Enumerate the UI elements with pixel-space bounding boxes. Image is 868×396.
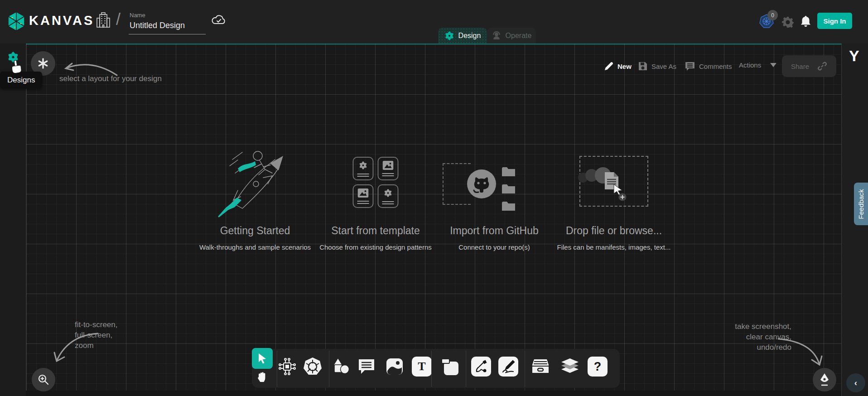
chevron-down-icon (770, 63, 776, 67)
template-tile-spiral-icon (378, 184, 399, 208)
tab-design[interactable]: Design (438, 28, 487, 43)
comment-bubble-icon (357, 358, 376, 375)
operator-headset-icon (492, 31, 502, 41)
help-tool-button[interactable]: ? (588, 357, 608, 377)
breadcrumb-separator: / (116, 10, 121, 29)
chip-component-icon (278, 357, 296, 376)
comments-bubble-icon (685, 61, 695, 71)
app-header: KANVAS / Name 0 (0, 0, 868, 43)
drawer-archive-icon (531, 358, 550, 375)
share-label: Share (791, 63, 809, 70)
tab-operate[interactable]: Operate (487, 28, 536, 43)
zoom-hint-arrow (51, 330, 101, 366)
drawer-tool-button[interactable] (530, 357, 550, 377)
kubernetes-wheel-icon (303, 357, 322, 376)
pen-path-icon (474, 360, 488, 373)
magnifier-plus-icon (38, 374, 49, 386)
image-tool-button[interactable] (385, 357, 405, 377)
chevron-left-icon: ‹ (854, 378, 857, 388)
image-icon (386, 357, 404, 376)
tool-divider (431, 351, 432, 387)
kubernetes-tool-button[interactable] (303, 357, 323, 377)
layers-icon (560, 357, 579, 376)
repo-folders-icon (502, 165, 517, 215)
drop-file-illustration (532, 146, 695, 218)
card-drop-file-browse[interactable]: Drop file or browse... Files can be mani… (532, 146, 695, 251)
text-T-icon: T (418, 360, 425, 373)
card-caption: Files can be manifests, images, text... (532, 243, 695, 251)
pan-tool-button[interactable] (252, 368, 272, 388)
layers-tool-button[interactable] (560, 357, 580, 377)
pointer-hand-cursor (10, 59, 24, 74)
actions-dropdown[interactable]: Actions (739, 61, 776, 69)
save-as-label: Save As (651, 63, 676, 70)
cloud-sync-icon (211, 14, 227, 26)
canvas-bottom-strip (26, 391, 841, 396)
pen-nib-icon (819, 373, 830, 386)
comments-button[interactable]: Comments (685, 61, 732, 71)
card-title: Drop file or browse... (532, 225, 695, 237)
kanvas-logo-icon (6, 11, 27, 32)
hand-pan-icon (256, 372, 268, 384)
tool-divider (329, 351, 329, 387)
organization-icon[interactable] (96, 12, 111, 29)
add-plus-badge (618, 193, 627, 201)
screenshot-hint-arrow (776, 334, 825, 371)
question-mark-icon: ? (594, 360, 602, 374)
feedback-tab[interactable]: Feedback (854, 183, 868, 225)
zoom-controls-button[interactable] (32, 368, 55, 391)
layout-hint-text: select a layout for your design (59, 73, 162, 84)
shapes-icon (332, 357, 351, 376)
new-button[interactable]: New (604, 61, 632, 71)
frame-rectangles-icon (440, 357, 459, 376)
settings-gear-icon[interactable] (782, 16, 794, 28)
select-cursor-icon (257, 353, 267, 364)
tab-operate-label: Operate (506, 32, 532, 40)
share-button[interactable]: Share (782, 55, 836, 77)
design-name-input[interactable] (129, 19, 206, 34)
new-label: New (617, 63, 632, 70)
drawing-actions-button[interactable] (813, 368, 836, 391)
left-sidebar (0, 43, 26, 396)
template-tile-spiral-icon (353, 157, 374, 180)
comment-tool-button[interactable] (357, 357, 376, 377)
brand-wordmark: KANVAS (29, 13, 94, 28)
share-link-icon (817, 61, 827, 71)
design-spiral-icon (444, 31, 454, 41)
shapes-tool-button[interactable] (331, 357, 351, 377)
comments-label: Comments (699, 63, 732, 70)
save-as-button[interactable]: Save As (638, 61, 676, 71)
notifications-bell-icon[interactable] (800, 15, 811, 28)
tab-design-label: Design (458, 32, 481, 40)
template-tile-image-icon (378, 157, 399, 180)
select-tool-button[interactable] (252, 348, 273, 369)
layer5-y-logo: Y (849, 47, 859, 65)
save-floppy-icon (638, 61, 648, 71)
pencil-scribble-icon (502, 360, 515, 373)
design-name-label: Name (130, 12, 145, 19)
designs-tooltip: Designs (0, 72, 42, 89)
layout-asterisk-icon (38, 58, 48, 69)
frame-tool-button[interactable] (440, 357, 460, 377)
text-tool-button[interactable]: T (412, 357, 432, 377)
feedback-label: Feedback (857, 189, 865, 219)
notification-count-badge: 0 (767, 10, 778, 20)
pen-tool-button[interactable] (471, 357, 491, 377)
pencil-tool-button[interactable] (498, 357, 518, 377)
tool-divider (525, 351, 525, 387)
collapse-right-panel-button[interactable]: ‹ (846, 373, 865, 392)
mode-tabstrip: Design Operate (438, 28, 536, 43)
actions-label: Actions (739, 61, 761, 69)
sign-in-button[interactable]: Sign In (817, 13, 852, 29)
tool-divider (466, 351, 466, 387)
github-octocat-icon (466, 169, 497, 199)
components-tool-button[interactable] (277, 357, 297, 377)
template-tile-image-icon (353, 184, 374, 208)
new-pencil-icon (604, 61, 614, 71)
